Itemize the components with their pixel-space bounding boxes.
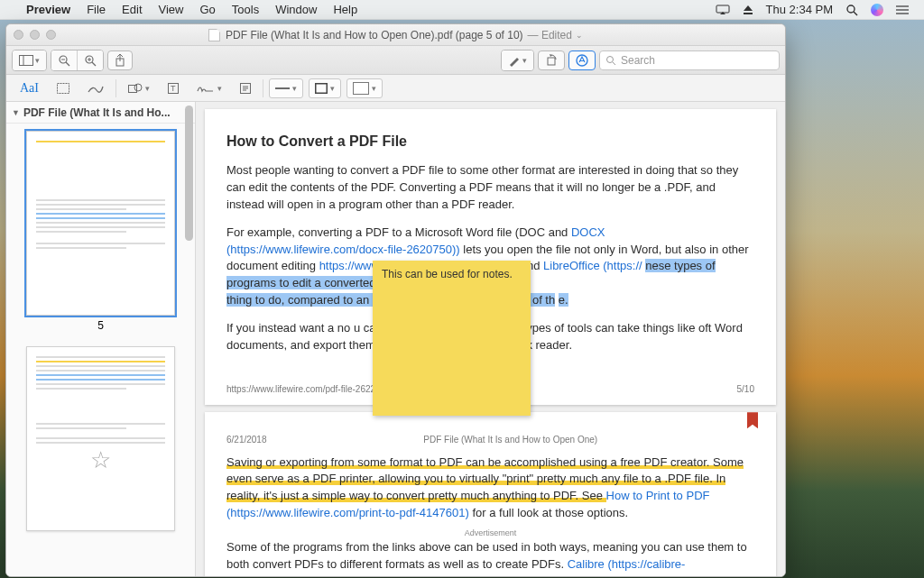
- mac-menubar: Preview File Edit View Go Tools Window H…: [0, 0, 924, 20]
- share-button[interactable]: [107, 50, 133, 70]
- svg-rect-3: [744, 13, 753, 14]
- svg-rect-0: [716, 5, 729, 13]
- menu-tools[interactable]: Tools: [224, 3, 267, 16]
- sticky-note-text: This can be used for notes.: [382, 268, 513, 280]
- shapes-tool[interactable]: ▾: [122, 78, 156, 98]
- border-color-tool[interactable]: ▾: [309, 78, 341, 98]
- eject-icon[interactable]: [736, 5, 760, 15]
- chevron-down-icon: ▾: [330, 84, 335, 93]
- disclosure-triangle-icon[interactable]: ▼: [12, 108, 20, 117]
- sketch-tool[interactable]: [81, 78, 110, 98]
- svg-line-12: [66, 62, 69, 66]
- advertisement-label: Advertisement: [226, 528, 754, 539]
- search-field[interactable]: Search: [599, 50, 780, 70]
- sidebar-scrollbar[interactable]: [185, 106, 193, 241]
- thumbnails-sidebar: ▼ PDF File (What It Is and Ho... 5: [6, 102, 196, 576]
- search-icon: [605, 55, 616, 66]
- spotlight-icon[interactable]: [839, 4, 864, 16]
- main-toolbar: ▾ ▾ Search: [6, 46, 785, 75]
- svg-line-24: [613, 62, 615, 65]
- svg-line-5: [854, 12, 857, 15]
- zoom-window[interactable]: [46, 30, 56, 40]
- svg-point-23: [607, 56, 614, 62]
- paragraph: Most people wanting to convert a PDF fil…: [226, 162, 754, 214]
- sign-tool[interactable]: ▾: [190, 78, 228, 98]
- window-titlebar[interactable]: PDF File (What It Is and How to Open One…: [6, 24, 785, 46]
- page-header-title: PDF File (What It Is and How to Open One…: [423, 434, 597, 447]
- menu-file[interactable]: File: [79, 3, 114, 16]
- sidebar-title: PDF File (What It Is and Ho...: [23, 106, 171, 119]
- paragraph: Saving or exporting from some format to …: [226, 454, 754, 522]
- zoom-in-button[interactable]: [78, 50, 103, 70]
- rect-selection-tool[interactable]: [51, 78, 76, 98]
- window-title: PDF File (What It Is and How to Open One…: [226, 29, 522, 41]
- page-number: 5/10: [737, 383, 754, 397]
- svg-rect-20: [548, 58, 555, 65]
- chevron-down-icon: ▾: [372, 84, 376, 93]
- siri-icon[interactable]: [864, 4, 890, 16]
- page-date: 6/21/2018: [226, 434, 267, 447]
- pdf-page-6: 6/21/2018 PDF File (What It Is and How t…: [205, 412, 776, 576]
- menu-help[interactable]: Help: [325, 3, 365, 16]
- star-annotation-icon: ☆: [90, 446, 111, 474]
- menu-go[interactable]: Go: [191, 3, 223, 16]
- menu-window[interactable]: Window: [267, 3, 325, 16]
- link-libreoffice[interactable]: LibreOffice (https://: [543, 259, 642, 272]
- note-tool[interactable]: [234, 78, 257, 98]
- svg-point-4: [847, 5, 855, 13]
- airplay-icon[interactable]: [709, 5, 736, 15]
- text-selection-tool[interactable]: AaI: [14, 78, 45, 98]
- rotate-button[interactable]: [538, 50, 565, 70]
- traffic-lights[interactable]: [14, 30, 56, 40]
- edited-indicator: — Edited: [528, 29, 572, 41]
- notification-center-icon[interactable]: [890, 5, 915, 15]
- paragraph: Some of the programs from the links abov…: [226, 539, 754, 576]
- document-proxy-icon[interactable]: [208, 29, 220, 41]
- page-thumbnail-5[interactable]: [26, 131, 175, 316]
- page-heading: How to Convert a PDF File: [226, 131, 754, 151]
- markup-toggle-button[interactable]: [568, 50, 596, 70]
- fill-color-tool[interactable]: ▾: [346, 78, 383, 98]
- search-placeholder: Search: [621, 54, 655, 67]
- border-width-tool[interactable]: ▾: [269, 78, 303, 98]
- minimize-window[interactable]: [30, 30, 40, 40]
- chevron-down-icon: ▾: [217, 84, 222, 93]
- title-dropdown-icon[interactable]: ⌄: [576, 31, 583, 40]
- sticky-note[interactable]: This can be used for notes.: [373, 261, 531, 416]
- thumbnail-label: 5: [97, 319, 104, 332]
- menu-view[interactable]: View: [151, 3, 192, 16]
- page-thumbnail-6[interactable]: ☆: [26, 346, 175, 531]
- svg-rect-25: [58, 83, 69, 93]
- divider: [116, 79, 116, 97]
- svg-rect-9: [20, 55, 33, 65]
- zoom-out-button[interactable]: [51, 50, 78, 70]
- chevron-down-icon: ▾: [292, 84, 297, 93]
- footer-url: https://www.lifewire.com/pdf-file-262291…: [226, 383, 391, 397]
- preview-window: PDF File (What It Is and How to Open One…: [5, 23, 786, 577]
- svg-rect-26: [129, 85, 137, 92]
- sidebar-view-button[interactable]: ▾: [13, 50, 46, 70]
- markup-toolbar: AaI ▾ T ▾ ▾ ▾ ▾: [6, 75, 785, 102]
- chevron-down-icon: ▾: [145, 84, 150, 93]
- menubar-clock[interactable]: Thu 2:34 PM: [760, 3, 839, 16]
- app-name[interactable]: Preview: [18, 3, 79, 16]
- svg-line-15: [92, 62, 96, 66]
- svg-marker-2: [744, 5, 753, 11]
- bookmark-icon[interactable]: [747, 412, 758, 428]
- close-window[interactable]: [14, 30, 23, 40]
- highlight-button[interactable]: ▾: [502, 50, 533, 70]
- fill-swatch: [353, 82, 369, 95]
- sidebar-header[interactable]: ▼ PDF File (What It Is and Ho...: [6, 102, 195, 124]
- menu-edit[interactable]: Edit: [114, 3, 150, 16]
- selected-text: e.: [559, 293, 568, 307]
- svg-point-27: [134, 84, 142, 91]
- chevron-down-icon: ▾: [35, 56, 40, 65]
- svg-text:T: T: [171, 84, 176, 93]
- text-tool[interactable]: T: [162, 78, 185, 98]
- chevron-down-icon: ▾: [522, 56, 527, 65]
- divider: [263, 79, 263, 97]
- svg-rect-35: [316, 83, 328, 93]
